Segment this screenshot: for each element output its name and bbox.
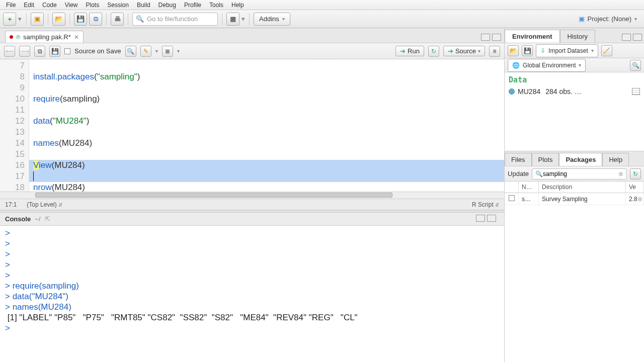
import-dataset-dropdown[interactable]: ⇩ Import Dataset▾ [536,44,598,57]
import-icon: ⇩ [540,47,545,54]
menu-session[interactable]: Session [103,1,133,10]
source-on-save-label: Source on Save [74,47,121,55]
run-button[interactable]: ➔ Run [395,46,424,56]
close-tab-button[interactable]: ✕ [74,34,79,41]
new-file-button[interactable]: ＋ [3,13,16,26]
minimize-pane-button[interactable] [481,34,490,41]
find-button[interactable]: 🔍 [125,46,136,57]
menu-debug[interactable]: Debug [154,1,180,10]
open-file-button[interactable]: 📂 [52,13,65,26]
menu-tools[interactable]: Tools [205,1,227,10]
maximize-console-button[interactable] [487,215,496,222]
print-button[interactable]: 🖶 [111,13,124,26]
menu-help[interactable]: Help [227,1,248,10]
code-editor[interactable]: 78910111213141516171819 install.packages… [0,59,504,192]
menu-view[interactable]: View [61,1,82,10]
popout-icon[interactable]: ⇱ [45,215,50,223]
tab-packages[interactable]: Packages [559,153,602,166]
search-icon: 🔍 [535,170,543,177]
env-section-data: Data [509,75,640,84]
search-env-button[interactable]: 🔍 [630,60,641,71]
code-area[interactable]: install.packages("sampling") require(sam… [29,59,504,192]
view-data-icon[interactable] [632,88,640,95]
file-tab-sampling-pak[interactable]: ® sampling pak.R* ✕ [5,31,84,43]
maximize-env-button[interactable] [633,34,642,41]
source-status-bar: 17:1 (Top Level) ⇵ R Script ⇵ [0,199,504,210]
save-source-button[interactable]: 💾 [49,46,60,57]
addins-dropdown[interactable]: Addins▾ [254,13,290,26]
unsaved-dot-icon [10,35,13,39]
clear-search-icon[interactable]: ⊗ [618,170,623,177]
source-arrow-icon: ➔ [448,47,453,55]
goto-file-function[interactable]: 🔍 Go to file/function [132,13,218,26]
console-path: ~/ [35,215,40,223]
save-button[interactable]: 💾 [74,13,87,26]
save-workspace-button[interactable]: 💾 [522,45,533,56]
line-gutter: 78910111213141516171819 [0,59,29,192]
project-selector[interactable]: ▣ Project: (None) ▾ [579,15,641,23]
tab-history[interactable]: History [560,30,595,43]
console-output[interactable]: > > > > > > require(sampling)> data("MU2… [0,226,504,362]
remove-package-icon[interactable]: ⊗ [637,196,642,203]
environment-tabs: Environment History [505,28,644,43]
project-icon: ▣ [579,15,585,23]
environment-scope-bar: 🌐 Global Environment▾ 🔍 [505,58,644,72]
environment-scope-dropdown[interactable]: 🌐 Global Environment▾ [508,59,586,72]
package-search-input[interactable] [543,170,618,177]
environment-toolbar: 📂 💾 ⇩ Import Dataset▾ 🧹 [505,43,644,58]
maximize-pane-button[interactable] [492,34,501,41]
run-arrow-icon: ➔ [400,47,406,55]
grid-button[interactable]: ▦ [226,13,239,26]
search-icon: 🔍 [136,15,144,23]
show-in-new-window-button[interactable]: ⧉ [34,46,45,57]
packages-toolbar: Update 🔍 ⊗ ↻ [505,166,644,182]
back-button[interactable]: ⟵ [4,46,15,57]
environment-body: Data MU284 284 obs. … [505,72,644,151]
packages-tabs: Files Plots Packages Help [505,151,644,166]
package-row-sampling[interactable]: s… Survey Sampling 2.8⊗ [505,193,644,205]
console-title: Console [5,215,31,223]
refresh-packages-button[interactable]: ↻ [630,168,641,179]
packages-header: N… Description Ve [505,182,644,193]
data-frame-icon [509,88,515,95]
load-workspace-button[interactable]: 📂 [508,45,519,56]
horizontal-scrollbar[interactable] [0,192,504,199]
console-header: Console ~/ ⇱ [0,213,504,226]
package-checkbox[interactable] [509,195,515,201]
menu-file[interactable]: File [2,1,20,10]
source-tab-bar: ® sampling pak.R* ✕ [0,28,504,43]
wand-button[interactable]: ✎ [140,46,151,57]
globe-icon: 🌐 [512,62,520,69]
scope-selector[interactable]: (Top Level) ⇵ [27,201,62,208]
menu-code[interactable]: Code [38,1,61,10]
language-mode[interactable]: R Script ⇵ [472,201,499,208]
minimize-env-button[interactable] [622,34,631,41]
menu-bar: File Edit Code View Plots Session Build … [0,0,644,10]
rerun-button[interactable]: ↻ [428,46,439,57]
minimize-console-button[interactable] [476,215,485,222]
update-button[interactable]: Update [508,170,529,177]
new-project-button[interactable]: ▣ [31,13,44,26]
tab-files[interactable]: Files [505,153,531,166]
menu-profile[interactable]: Profile [180,1,205,10]
menu-edit[interactable]: Edit [20,1,38,10]
tab-plots[interactable]: Plots [532,153,559,166]
save-all-button[interactable]: ⧉ [89,13,102,26]
cursor-position: 17:1 [5,201,17,208]
tab-help[interactable]: Help [602,153,629,166]
tab-environment[interactable]: Environment [505,30,559,43]
outline-button[interactable]: ≡ [489,46,500,57]
r-file-icon: ® [16,34,20,40]
env-item-mu284[interactable]: MU284 284 obs. … [509,86,640,97]
menu-build[interactable]: Build [133,1,154,10]
source-button[interactable]: ➔ Source ▾ [443,46,485,56]
source-on-save-checkbox[interactable] [64,48,70,54]
package-search[interactable]: 🔍 ⊗ [532,168,627,179]
main-toolbar: ＋ ▾ ▣ 📂 💾 ⧉ 🖶 🔍 Go to file/function ▦ ▾ … [0,10,644,28]
report-button[interactable]: ≣ [162,46,173,57]
source-toolbar: ⟵ ⟶ ⧉ 💾 Source on Save 🔍 ✎ ▾ ≣ ▾ ➔ Run ↻… [0,43,504,59]
forward-button[interactable]: ⟶ [19,46,30,57]
clear-workspace-button[interactable]: 🧹 [601,45,612,56]
menu-plots[interactable]: Plots [82,1,104,10]
